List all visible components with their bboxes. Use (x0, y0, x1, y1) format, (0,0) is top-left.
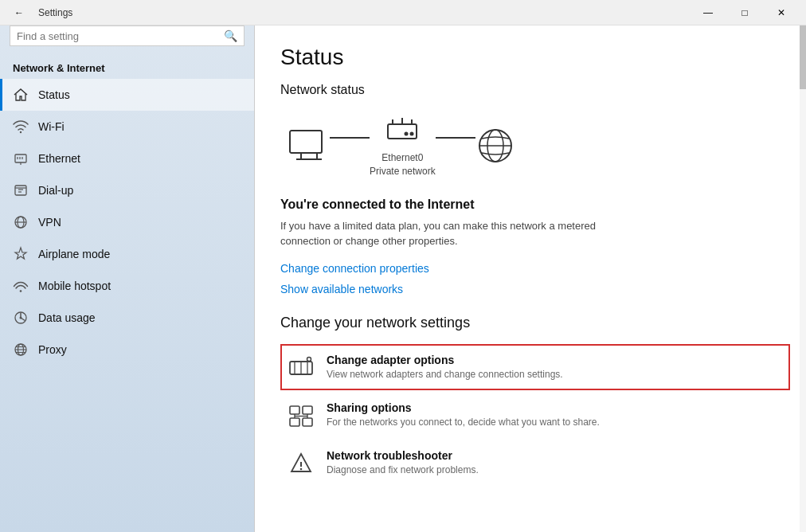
sharing-text: Sharing options For the networks you con… (327, 401, 600, 428)
computer-node (288, 129, 330, 162)
svg-point-29 (410, 132, 414, 136)
titlebar-controls: — □ ✕ (690, 0, 800, 25)
sidebar-item-datausage-label: Data usage (38, 311, 96, 324)
svg-rect-40 (303, 406, 312, 414)
sidebar-item-proxy[interactable]: Proxy (0, 334, 254, 366)
connected-heading: You're connected to the Internet (280, 198, 790, 212)
svg-rect-39 (290, 406, 299, 414)
line1 (330, 137, 370, 139)
sidebar-item-dialup-label: Dial-up (38, 184, 73, 197)
change-network-title: Change your network settings (280, 315, 790, 331)
sidebar-item-wifi[interactable]: Wi-Fi (0, 111, 254, 143)
airplane-icon (13, 246, 29, 262)
svg-point-13 (20, 290, 22, 292)
sidebar-item-vpn-label: VPN (38, 216, 61, 229)
sidebar-item-wifi-label: Wi-Fi (38, 120, 65, 133)
svg-point-30 (405, 132, 409, 136)
back-button[interactable]: ← (6, 0, 32, 25)
change-connection-properties-link[interactable]: Change connection properties (280, 262, 790, 275)
sharing-desc: For the networks you connect to, decide … (327, 417, 600, 428)
globe-icon (475, 126, 515, 166)
show-available-networks-link[interactable]: Show available networks (280, 283, 790, 295)
main-content: Status Network status (255, 25, 806, 532)
sidebar-item-datausage[interactable]: Data usage (0, 302, 254, 334)
close-icon: ✕ (777, 7, 785, 18)
svg-point-15 (20, 317, 22, 319)
maximize-icon: □ (741, 7, 747, 18)
adapter-text: Change adapter options View network adap… (327, 354, 563, 380)
computer-icon (288, 129, 330, 162)
search-icon: 🔍 (224, 29, 237, 42)
titlebar-title: Settings (38, 7, 72, 18)
sidebar: 🔍 Network & Internet Status Wi-Fi (0, 25, 255, 532)
line2 (436, 137, 475, 139)
proxy-icon (13, 342, 29, 358)
back-icon: ← (14, 7, 24, 18)
scrollbar-thumb[interactable] (800, 25, 806, 89)
troubleshooter-icon (288, 451, 314, 476)
svg-point-38 (307, 357, 311, 361)
sharing-options[interactable]: Sharing options For the networks you con… (280, 392, 790, 438)
troubleshooter-text: Network troubleshooter Diagnose and fix … (327, 449, 479, 475)
sidebar-item-airplane[interactable]: Airplane mode (0, 238, 254, 270)
sidebar-item-status[interactable]: Status (0, 79, 254, 111)
svg-rect-41 (290, 418, 299, 426)
close-button[interactable]: ✕ (763, 0, 800, 25)
maximize-button[interactable]: □ (726, 0, 763, 25)
network-status-title: Network status (280, 83, 790, 97)
network-diagram: Ethernet0 Private network (280, 113, 790, 178)
router-icon (385, 113, 420, 148)
titlebar: ← Settings — □ ✕ (0, 0, 806, 25)
data-usage-icon (13, 310, 29, 326)
titlebar-left: ← Settings (6, 0, 72, 25)
svg-point-47 (300, 467, 303, 470)
svg-rect-1 (15, 155, 26, 162)
home-icon (13, 87, 29, 103)
app-body: 🔍 Network & Internet Status Wi-Fi (0, 25, 806, 532)
sidebar-item-hotspot[interactable]: Mobile hotspot (0, 270, 254, 302)
troubleshooter-desc: Diagnose and fix network problems. (327, 464, 479, 475)
svg-rect-6 (15, 186, 26, 195)
sidebar-item-airplane-label: Airplane mode (38, 248, 110, 260)
svg-rect-21 (290, 131, 322, 153)
sidebar-item-proxy-label: Proxy (38, 343, 67, 356)
search-input[interactable] (17, 30, 224, 42)
svg-point-0 (20, 131, 22, 133)
sidebar-item-dialup[interactable]: Dial-up (0, 174, 254, 206)
page-title: Status (280, 45, 790, 70)
sidebar-item-hotspot-label: Mobile hotspot (38, 280, 111, 292)
sidebar-search-container[interactable]: 🔍 (10, 25, 245, 46)
connected-description: If you have a limited data plan, you can… (280, 218, 615, 249)
router-node: Ethernet0 Private network (370, 113, 436, 178)
dialup-icon (13, 182, 29, 198)
sidebar-item-vpn[interactable]: VPN (0, 206, 254, 238)
network-troubleshooter[interactable]: Network troubleshooter Diagnose and fix … (280, 440, 790, 486)
wifi-icon (13, 119, 29, 135)
adapter-icon (288, 355, 314, 381)
ethernet-icon (13, 151, 29, 166)
troubleshooter-title: Network troubleshooter (327, 449, 479, 462)
sidebar-item-ethernet-label: Ethernet (38, 152, 80, 165)
scrollbar-track[interactable] (800, 25, 806, 532)
sharing-icon (288, 403, 314, 428)
vpn-icon (13, 214, 29, 230)
sidebar-item-status-label: Status (38, 88, 70, 101)
adapter-desc: View network adapters and change connect… (327, 369, 563, 380)
minimize-icon: — (703, 7, 713, 18)
adapter-title: Change adapter options (327, 354, 563, 366)
router-label: Ethernet0 Private network (370, 151, 436, 178)
sidebar-item-ethernet[interactable]: Ethernet (0, 143, 254, 174)
sharing-title: Sharing options (327, 401, 600, 414)
hotspot-icon (13, 278, 29, 294)
svg-rect-25 (388, 124, 417, 139)
globe-node (475, 126, 515, 166)
minimize-button[interactable]: — (690, 0, 726, 25)
change-adapter-options[interactable]: Change adapter options View network adap… (280, 344, 790, 390)
svg-rect-42 (303, 418, 312, 426)
sidebar-section-title: Network & Internet (0, 56, 254, 79)
